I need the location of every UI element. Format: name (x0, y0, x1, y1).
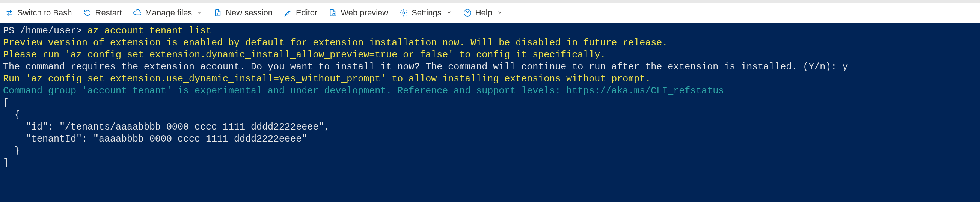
restart-icon (83, 9, 92, 17)
web-preview-button[interactable]: Web preview (329, 8, 388, 17)
chevron-down-icon (196, 8, 202, 17)
typed-command: az account tenant list (88, 25, 212, 37)
chevron-down-icon (497, 8, 503, 17)
manage-files-button[interactable]: Manage files (133, 8, 202, 17)
output-preview-line-1: Preview version of extension is enabled … (3, 38, 668, 48)
editor-label: Editor (296, 8, 317, 17)
terminal-pane[interactable]: PS /home/user> az account tenant list Pr… (0, 23, 980, 202)
editor-button[interactable]: Editor (284, 8, 317, 17)
cloud-shell-toolbar: Switch to Bash Restart Manage files New … (0, 3, 980, 23)
svg-point-1 (402, 12, 405, 14)
svg-point-0 (332, 13, 335, 15)
output-dynamic-install-hint: Run 'az config set extension.use_dynamic… (3, 73, 651, 84)
output-preview-line-2: Please run 'az config set extension.dyna… (3, 49, 606, 60)
top-gray-strip (0, 0, 980, 3)
help-label: Help (476, 8, 492, 17)
output-install-prompt: The command requires the extension accou… (3, 62, 848, 72)
web-preview-icon (329, 9, 337, 17)
web-preview-label: Web preview (340, 8, 388, 17)
swap-icon (5, 9, 14, 17)
manage-files-label: Manage files (145, 8, 192, 17)
json-line: } (3, 146, 20, 157)
gear-icon (399, 9, 408, 17)
help-button[interactable]: Help (463, 8, 503, 17)
switch-to-bash-label: Switch to Bash (17, 8, 72, 17)
chevron-down-icon (446, 8, 452, 17)
json-line: "tenantId": "aaaabbbb-0000-cccc-1111-ddd… (3, 134, 307, 145)
editor-icon (284, 9, 292, 17)
settings-label: Settings (412, 8, 442, 17)
new-session-label: New session (226, 8, 273, 17)
json-line: ] (3, 158, 9, 169)
cloud-files-icon (133, 9, 141, 17)
restart-label: Restart (95, 8, 122, 17)
new-session-icon (214, 9, 222, 17)
json-line: "id": "/tenants/aaaabbbb-0000-cccc-1111-… (3, 122, 330, 132)
settings-button[interactable]: Settings (399, 8, 452, 17)
json-line: { (3, 110, 20, 121)
output-experimental-warning: Command group 'account tenant' is experi… (3, 86, 724, 97)
new-session-button[interactable]: New session (214, 8, 273, 17)
json-line: [ (3, 98, 9, 108)
prompt-prefix: PS /home/user> (3, 25, 88, 37)
restart-button[interactable]: Restart (83, 8, 122, 17)
switch-to-bash-button[interactable]: Switch to Bash (5, 8, 72, 17)
help-icon (463, 9, 472, 17)
